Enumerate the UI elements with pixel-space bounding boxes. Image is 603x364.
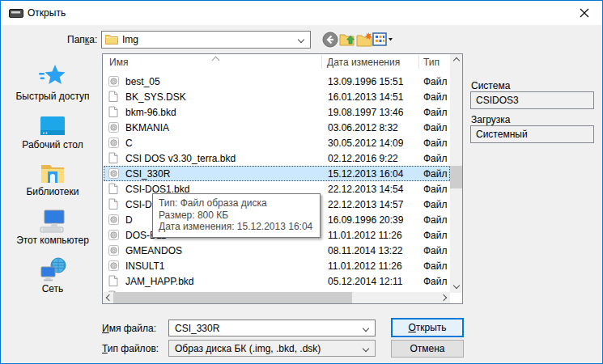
file-date: 22.12.2013 14:54 bbox=[328, 184, 403, 195]
new-folder-button[interactable] bbox=[356, 32, 372, 48]
file-name: BK_SYS.DSK bbox=[125, 91, 186, 103]
libraries-icon bbox=[39, 161, 66, 185]
file-date: 30.05.2012 14:09 bbox=[328, 138, 403, 149]
file-row[interactable]: bkm-96.bkd19.08.1997 13:46Файл " bbox=[104, 104, 450, 120]
tooltip-line-type: Тип: Файл образа диска bbox=[159, 197, 312, 210]
sidebar-item-this-pc[interactable]: Этот компьютер bbox=[7, 205, 98, 246]
filename-label: Имя файла: bbox=[102, 323, 156, 334]
file-row[interactable]: CSI_330R15.12.2013 16:04Файл о bbox=[104, 166, 450, 181]
window-title: Открыть bbox=[28, 7, 66, 19]
app-icon bbox=[9, 9, 23, 18]
file-date: 02.12.2016 9:22 bbox=[328, 153, 398, 164]
file-row[interactable]: C30.05.2012 14:09Файл о bbox=[104, 135, 450, 150]
file-date: 13.09.1996 15:51 bbox=[328, 76, 403, 87]
filetype-combobox[interactable]: Образ диска БК (.img, .bkd, .dsk) bbox=[168, 340, 376, 357]
title-bar: Открыть bbox=[1, 1, 602, 25]
back-button[interactable] bbox=[322, 32, 338, 48]
file-row[interactable]: best_0513.09.1996 15:51Файл о bbox=[104, 74, 450, 89]
file-icon bbox=[108, 106, 118, 118]
sidebar-item-network[interactable]: Сеть bbox=[7, 253, 98, 294]
scroll-up-button[interactable] bbox=[450, 54, 462, 67]
filetype-label-key: Т bbox=[102, 343, 108, 354]
file-name: bkm-96.bkd bbox=[125, 107, 176, 118]
filename-label-post: мя файла: bbox=[109, 323, 156, 334]
close-button[interactable] bbox=[566, 1, 602, 24]
tooltip-line-date: Дата изменения: 15.12.2013 16:04 bbox=[159, 221, 312, 233]
cancel-button[interactable]: Отмена bbox=[391, 340, 464, 358]
folder-combobox[interactable]: Img bbox=[101, 31, 311, 49]
scroll-left-button[interactable] bbox=[103, 292, 114, 303]
view-menu-button[interactable] bbox=[372, 32, 395, 48]
filename-combobox[interactable]: CSI_330R bbox=[168, 320, 376, 336]
sidebar-item-quick-access[interactable]: Быстрый доступ bbox=[7, 61, 98, 102]
chevron-down-icon bbox=[452, 281, 459, 288]
chevron-left-icon bbox=[106, 294, 113, 301]
file-date: 16.09.1996 20:39 bbox=[328, 214, 403, 226]
disk-image-icon bbox=[108, 244, 119, 256]
file-type: Файл " bbox=[423, 107, 450, 118]
file-row[interactable]: INSULT111.01.2012 11:26Файл о bbox=[104, 258, 450, 273]
folder-label: Папка: bbox=[67, 34, 97, 45]
network-icon bbox=[38, 256, 67, 282]
desktop-icon bbox=[39, 114, 66, 138]
folder-label-pre: Пап bbox=[67, 34, 85, 45]
scroll-right-button[interactable] bbox=[439, 292, 450, 303]
view-menu-icon bbox=[372, 32, 393, 48]
file-row[interactable]: CSI DOS v3.30_terra.bkd02.12.2016 9:22Фа… bbox=[104, 150, 450, 166]
this-pc-icon bbox=[38, 208, 67, 234]
filetype-label: Тип файлов: bbox=[102, 343, 159, 354]
filetype-label-post: ип файлов: bbox=[108, 343, 159, 354]
folder-label-post: а: bbox=[89, 34, 97, 45]
file-row[interactable]: BK_SYS.DSK16.01.2013 14:51Файл " bbox=[104, 89, 450, 104]
file-name: C bbox=[125, 138, 133, 149]
sidebar-item-label: Библиотеки bbox=[7, 186, 98, 197]
system-label: Система bbox=[471, 80, 510, 91]
chevron-down-icon bbox=[363, 325, 369, 332]
file-icon bbox=[108, 183, 118, 195]
chevron-right-icon bbox=[440, 294, 447, 301]
sidebar-item-label: Этот компьютер bbox=[7, 235, 98, 246]
vertical-scrollbar-thumb[interactable] bbox=[450, 166, 462, 188]
open-button-post: ткрыть bbox=[416, 322, 447, 333]
sidebar-item-desktop[interactable]: Рабочий стол bbox=[7, 109, 98, 150]
file-type: Файл " bbox=[423, 276, 450, 287]
system-field: CSIDOS3 bbox=[470, 91, 594, 109]
disk-image-icon bbox=[108, 167, 119, 180]
file-type: Файл о bbox=[423, 168, 450, 180]
close-icon bbox=[580, 8, 589, 18]
open-button[interactable]: Открыть bbox=[391, 318, 464, 337]
file-date: 16.01.2013 14:51 bbox=[328, 91, 403, 103]
up-one-level-button[interactable] bbox=[339, 32, 355, 48]
open-button-key: О bbox=[408, 322, 415, 333]
file-type: Файл о bbox=[423, 138, 450, 149]
disk-image-icon bbox=[108, 121, 119, 133]
sidebar-item-libraries[interactable]: Библиотеки bbox=[7, 156, 98, 197]
horizontal-scrollbar-thumb[interactable] bbox=[113, 292, 352, 303]
tooltip-line-size: Размер: 800 КБ bbox=[159, 210, 312, 222]
file-date: 11.01.2012 11:26 bbox=[328, 230, 402, 241]
file-icon bbox=[108, 152, 118, 164]
scroll-down-button[interactable] bbox=[450, 280, 462, 293]
file-row[interactable]: JAM_HAPP.bkd05.12.2014 12:11Файл " bbox=[104, 273, 450, 289]
vertical-scrollbar[interactable] bbox=[450, 54, 462, 293]
file-name: GMEANDOS bbox=[125, 245, 182, 256]
file-date: 03.06.2012 8:32 bbox=[328, 122, 398, 133]
file-icon bbox=[108, 91, 118, 103]
file-type: Файл о bbox=[423, 260, 450, 272]
disk-image-icon bbox=[108, 229, 119, 241]
disk-image-icon bbox=[108, 214, 119, 226]
file-type: Файл " bbox=[423, 199, 450, 210]
horizontal-scrollbar[interactable] bbox=[103, 292, 450, 303]
filename-label-key: И bbox=[102, 323, 109, 334]
file-list: Имя Дата изменения Тип best_0513.09.1996… bbox=[102, 53, 463, 304]
tooltip: Тип: Файл образа диска Размер: 800 КБ Да… bbox=[152, 193, 321, 238]
file-type: Файл о bbox=[423, 214, 450, 226]
file-row[interactable]: BKMANIA03.06.2012 8:32Файл о bbox=[104, 120, 450, 135]
disk-image-icon bbox=[108, 137, 119, 149]
boot-label: Загрузка bbox=[471, 114, 511, 125]
file-type: Файл " bbox=[423, 91, 450, 103]
file-type: Файл о bbox=[423, 122, 450, 133]
file-row[interactable]: GMEANDOS08.11.2014 13:22Файл о bbox=[104, 243, 450, 258]
file-date: 05.12.2014 12:11 bbox=[328, 276, 403, 287]
back-icon bbox=[322, 32, 338, 48]
